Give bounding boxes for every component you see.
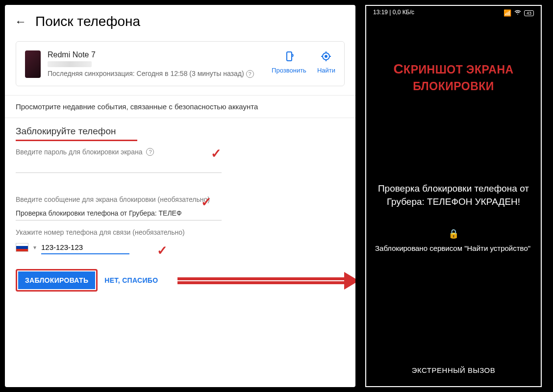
lock-icon: 🔒 — [366, 228, 541, 239]
lock-screen-screenshot: 13:19 | 0,0 КБ/с 📶 43 ССКРИНШОТ ЭКРАНАКР… — [365, 5, 542, 387]
callback-phone-label: Укажите номер телефона для связи (необяз… — [16, 228, 345, 236]
battery-icon: 43 — [524, 10, 534, 16]
wifi-icon — [514, 9, 521, 17]
events-section[interactable]: Просмотрите недавние события, связанные … — [5, 95, 355, 118]
phone-input-row: ▾ ✓ — [16, 241, 345, 254]
annotation-arrow-icon — [177, 275, 355, 287]
annotation-highlight: ЗАБЛОКИРОВАТЬ — [16, 269, 98, 292]
card-actions: Прозвонить Найти — [272, 50, 335, 79]
locked-by-service: Заблокировано сервисом "Найти устройство… — [366, 241, 541, 255]
password-row: Введите пароль для блокировки экрана ? ✓ — [16, 148, 345, 156]
lock-screen-message: Проверка блокировки телефона от Грубера:… — [366, 182, 541, 208]
device-subtitle-blurred — [48, 61, 92, 67]
device-card: Redmi Note 7 Последняя синхронизация: Се… — [16, 41, 345, 86]
annotation-title: ССКРИНШОТ ЭКРАНАКРИНШОТ ЭКРАНА БЛОКИРОВК… — [366, 59, 541, 94]
ring-action[interactable]: Прозвонить — [272, 50, 306, 74]
annotation-check-icon: ✓ — [211, 146, 222, 161]
ring-label: Прозвонить — [272, 67, 306, 74]
button-row: ЗАБЛОКИРОВАТЬ НЕТ, СПАСИБО — [16, 269, 345, 292]
no-thanks-button[interactable]: НЕТ, СПАСИБО — [104, 276, 158, 284]
lock-section: Заблокируйте телефон Введите пароль для … — [5, 118, 355, 254]
phone-number-input[interactable] — [41, 241, 129, 254]
header: ← Поиск телефона — [5, 5, 355, 34]
password-label: Введите пароль для блокировки экрана — [16, 148, 142, 156]
back-arrow-icon[interactable]: ← — [15, 15, 26, 28]
annotation-check-icon: ✓ — [157, 243, 168, 258]
page-title: Поиск телефона — [35, 14, 140, 29]
events-text: Просмотрите недавние события, связанные … — [16, 102, 345, 111]
message-label: Введите сообщение для экрана блокировки … — [16, 196, 210, 203]
svg-rect-0 — [287, 52, 292, 61]
annotation-underline — [16, 140, 137, 141]
phone-ring-icon — [283, 50, 295, 65]
sync-text: Последняя синхронизация: Сегодня в 12:58… — [48, 69, 265, 79]
status-bar: 13:19 | 0,0 КБ/с 📶 43 — [366, 6, 541, 20]
status-icons: 📶 43 — [503, 9, 534, 17]
message-row: Введите сообщение для экрана блокировки … — [16, 196, 345, 203]
device-name: Redmi Note 7 — [48, 50, 265, 59]
sync-text-value: Последняя синхронизация: Сегодня в 12:58… — [48, 70, 244, 77]
find-phone-panel: ← Поиск телефона Redmi Note 7 Последняя … — [5, 5, 355, 387]
lock-button[interactable]: ЗАБЛОКИРОВАТЬ — [18, 271, 95, 289]
locate-icon — [320, 50, 332, 65]
device-info: Redmi Note 7 Последняя синхронизация: Се… — [48, 50, 265, 79]
password-input[interactable] — [16, 159, 222, 173]
status-time: 13:19 | 0,0 КБ/с — [373, 9, 414, 17]
annotation-check-icon: ✓ — [201, 195, 212, 210]
svg-point-2 — [325, 55, 327, 57]
flag-ru-icon[interactable] — [16, 243, 28, 252]
help-icon[interactable]: ? — [246, 70, 254, 78]
annotation-line2: БЛОКИРОВКИ — [366, 78, 541, 94]
chevron-down-icon[interactable]: ▾ — [33, 244, 36, 251]
find-label: Найти — [317, 67, 335, 74]
signal-icon: 📶 — [503, 9, 511, 17]
find-action[interactable]: Найти — [317, 50, 335, 74]
help-icon[interactable]: ? — [146, 148, 154, 156]
lock-title: Заблокируйте телефон — [16, 126, 345, 140]
message-input[interactable] — [16, 206, 222, 220]
device-thumb-icon — [25, 50, 41, 78]
emergency-call-button[interactable]: ЭКСТРЕННЫЙ ВЫЗОВ — [366, 366, 541, 386]
